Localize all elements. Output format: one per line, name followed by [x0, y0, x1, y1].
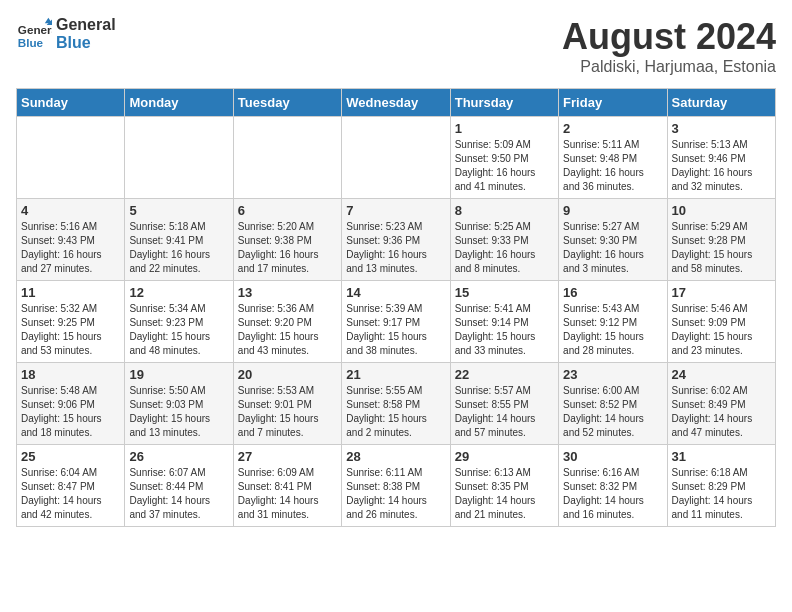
day-number: 31 [672, 449, 771, 464]
day-number: 25 [21, 449, 120, 464]
calendar-cell: 13Sunrise: 5:36 AM Sunset: 9:20 PM Dayli… [233, 281, 341, 363]
day-number: 3 [672, 121, 771, 136]
calendar-cell: 27Sunrise: 6:09 AM Sunset: 8:41 PM Dayli… [233, 445, 341, 527]
day-info: Sunrise: 5:23 AM Sunset: 9:36 PM Dayligh… [346, 220, 445, 276]
day-number: 28 [346, 449, 445, 464]
calendar-cell: 6Sunrise: 5:20 AM Sunset: 9:38 PM Daylig… [233, 199, 341, 281]
day-number: 10 [672, 203, 771, 218]
day-info: Sunrise: 5:27 AM Sunset: 9:30 PM Dayligh… [563, 220, 662, 276]
title-block: August 2024 Paldiski, Harjumaa, Estonia [562, 16, 776, 76]
day-number: 13 [238, 285, 337, 300]
day-info: Sunrise: 6:00 AM Sunset: 8:52 PM Dayligh… [563, 384, 662, 440]
logo-icon: General Blue [16, 16, 52, 52]
day-number: 15 [455, 285, 554, 300]
calendar-week-3: 11Sunrise: 5:32 AM Sunset: 9:25 PM Dayli… [17, 281, 776, 363]
weekday-header-thursday: Thursday [450, 89, 558, 117]
day-number: 4 [21, 203, 120, 218]
day-info: Sunrise: 6:11 AM Sunset: 8:38 PM Dayligh… [346, 466, 445, 522]
calendar-week-1: 1Sunrise: 5:09 AM Sunset: 9:50 PM Daylig… [17, 117, 776, 199]
weekday-header-saturday: Saturday [667, 89, 775, 117]
day-number: 9 [563, 203, 662, 218]
day-info: Sunrise: 5:18 AM Sunset: 9:41 PM Dayligh… [129, 220, 228, 276]
calendar-cell: 10Sunrise: 5:29 AM Sunset: 9:28 PM Dayli… [667, 199, 775, 281]
day-info: Sunrise: 6:09 AM Sunset: 8:41 PM Dayligh… [238, 466, 337, 522]
day-info: Sunrise: 5:41 AM Sunset: 9:14 PM Dayligh… [455, 302, 554, 358]
day-number: 2 [563, 121, 662, 136]
day-info: Sunrise: 6:13 AM Sunset: 8:35 PM Dayligh… [455, 466, 554, 522]
day-number: 16 [563, 285, 662, 300]
calendar-cell: 21Sunrise: 5:55 AM Sunset: 8:58 PM Dayli… [342, 363, 450, 445]
calendar-cell: 3Sunrise: 5:13 AM Sunset: 9:46 PM Daylig… [667, 117, 775, 199]
weekday-header-row: SundayMondayTuesdayWednesdayThursdayFrid… [17, 89, 776, 117]
day-info: Sunrise: 5:43 AM Sunset: 9:12 PM Dayligh… [563, 302, 662, 358]
day-number: 19 [129, 367, 228, 382]
day-info: Sunrise: 6:16 AM Sunset: 8:32 PM Dayligh… [563, 466, 662, 522]
day-number: 17 [672, 285, 771, 300]
day-info: Sunrise: 5:09 AM Sunset: 9:50 PM Dayligh… [455, 138, 554, 194]
calendar-cell: 28Sunrise: 6:11 AM Sunset: 8:38 PM Dayli… [342, 445, 450, 527]
logo-text-line2: Blue [56, 34, 116, 52]
day-info: Sunrise: 6:04 AM Sunset: 8:47 PM Dayligh… [21, 466, 120, 522]
weekday-header-friday: Friday [559, 89, 667, 117]
weekday-header-sunday: Sunday [17, 89, 125, 117]
calendar-cell: 31Sunrise: 6:18 AM Sunset: 8:29 PM Dayli… [667, 445, 775, 527]
weekday-header-tuesday: Tuesday [233, 89, 341, 117]
calendar-cell: 4Sunrise: 5:16 AM Sunset: 9:43 PM Daylig… [17, 199, 125, 281]
day-info: Sunrise: 5:57 AM Sunset: 8:55 PM Dayligh… [455, 384, 554, 440]
day-number: 23 [563, 367, 662, 382]
day-number: 1 [455, 121, 554, 136]
day-number: 8 [455, 203, 554, 218]
day-number: 26 [129, 449, 228, 464]
calendar-cell: 24Sunrise: 6:02 AM Sunset: 8:49 PM Dayli… [667, 363, 775, 445]
calendar-week-5: 25Sunrise: 6:04 AM Sunset: 8:47 PM Dayli… [17, 445, 776, 527]
month-year: August 2024 [562, 16, 776, 58]
calendar-cell: 12Sunrise: 5:34 AM Sunset: 9:23 PM Dayli… [125, 281, 233, 363]
calendar-week-4: 18Sunrise: 5:48 AM Sunset: 9:06 PM Dayli… [17, 363, 776, 445]
day-number: 18 [21, 367, 120, 382]
day-info: Sunrise: 5:53 AM Sunset: 9:01 PM Dayligh… [238, 384, 337, 440]
day-number: 29 [455, 449, 554, 464]
day-info: Sunrise: 5:13 AM Sunset: 9:46 PM Dayligh… [672, 138, 771, 194]
calendar-week-2: 4Sunrise: 5:16 AM Sunset: 9:43 PM Daylig… [17, 199, 776, 281]
day-info: Sunrise: 6:18 AM Sunset: 8:29 PM Dayligh… [672, 466, 771, 522]
day-info: Sunrise: 6:07 AM Sunset: 8:44 PM Dayligh… [129, 466, 228, 522]
day-number: 11 [21, 285, 120, 300]
day-number: 6 [238, 203, 337, 218]
calendar-cell: 20Sunrise: 5:53 AM Sunset: 9:01 PM Dayli… [233, 363, 341, 445]
day-info: Sunrise: 5:39 AM Sunset: 9:17 PM Dayligh… [346, 302, 445, 358]
day-number: 5 [129, 203, 228, 218]
calendar-cell [342, 117, 450, 199]
logo-text-line1: General [56, 16, 116, 34]
day-info: Sunrise: 5:16 AM Sunset: 9:43 PM Dayligh… [21, 220, 120, 276]
day-number: 24 [672, 367, 771, 382]
day-info: Sunrise: 5:36 AM Sunset: 9:20 PM Dayligh… [238, 302, 337, 358]
calendar-cell [125, 117, 233, 199]
calendar-cell: 15Sunrise: 5:41 AM Sunset: 9:14 PM Dayli… [450, 281, 558, 363]
calendar-cell: 9Sunrise: 5:27 AM Sunset: 9:30 PM Daylig… [559, 199, 667, 281]
day-number: 27 [238, 449, 337, 464]
location: Paldiski, Harjumaa, Estonia [562, 58, 776, 76]
day-info: Sunrise: 5:20 AM Sunset: 9:38 PM Dayligh… [238, 220, 337, 276]
day-number: 21 [346, 367, 445, 382]
calendar-cell: 1Sunrise: 5:09 AM Sunset: 9:50 PM Daylig… [450, 117, 558, 199]
day-info: Sunrise: 5:48 AM Sunset: 9:06 PM Dayligh… [21, 384, 120, 440]
calendar-cell: 19Sunrise: 5:50 AM Sunset: 9:03 PM Dayli… [125, 363, 233, 445]
calendar-cell: 29Sunrise: 6:13 AM Sunset: 8:35 PM Dayli… [450, 445, 558, 527]
calendar-cell: 30Sunrise: 6:16 AM Sunset: 8:32 PM Dayli… [559, 445, 667, 527]
calendar-cell: 25Sunrise: 6:04 AM Sunset: 8:47 PM Dayli… [17, 445, 125, 527]
calendar-cell: 8Sunrise: 5:25 AM Sunset: 9:33 PM Daylig… [450, 199, 558, 281]
logo: General Blue General Blue [16, 16, 116, 52]
calendar-cell: 16Sunrise: 5:43 AM Sunset: 9:12 PM Dayli… [559, 281, 667, 363]
calendar-cell: 26Sunrise: 6:07 AM Sunset: 8:44 PM Dayli… [125, 445, 233, 527]
calendar-cell [17, 117, 125, 199]
day-info: Sunrise: 5:25 AM Sunset: 9:33 PM Dayligh… [455, 220, 554, 276]
calendar-cell: 18Sunrise: 5:48 AM Sunset: 9:06 PM Dayli… [17, 363, 125, 445]
day-number: 30 [563, 449, 662, 464]
svg-text:Blue: Blue [18, 36, 44, 49]
day-info: Sunrise: 6:02 AM Sunset: 8:49 PM Dayligh… [672, 384, 771, 440]
calendar-cell: 5Sunrise: 5:18 AM Sunset: 9:41 PM Daylig… [125, 199, 233, 281]
calendar-cell: 2Sunrise: 5:11 AM Sunset: 9:48 PM Daylig… [559, 117, 667, 199]
calendar-cell: 7Sunrise: 5:23 AM Sunset: 9:36 PM Daylig… [342, 199, 450, 281]
day-number: 7 [346, 203, 445, 218]
day-info: Sunrise: 5:50 AM Sunset: 9:03 PM Dayligh… [129, 384, 228, 440]
